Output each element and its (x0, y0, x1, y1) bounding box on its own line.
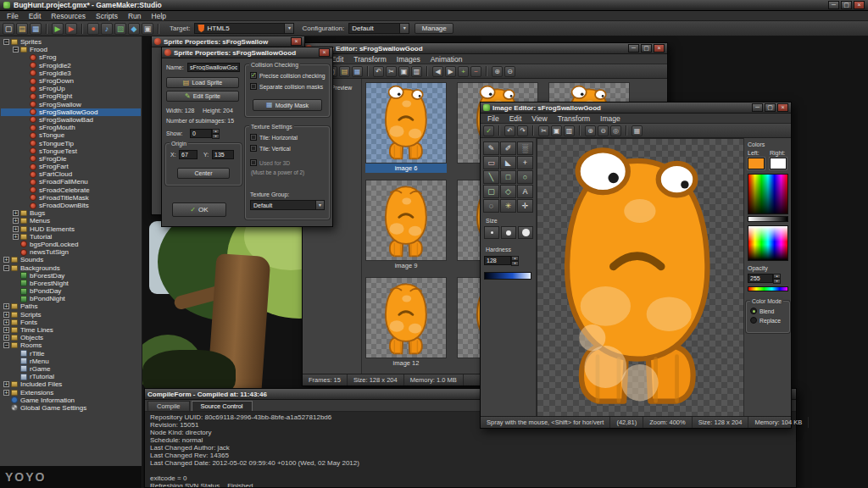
tree-expander-icon[interactable]: + (3, 327, 9, 333)
ok-button[interactable]: ✓ OK (172, 202, 226, 217)
app-menu-help[interactable]: Help (147, 12, 171, 20)
image-editor-actual-size-icon[interactable]: ◎ (610, 125, 621, 136)
opacity-input[interactable] (748, 274, 773, 283)
texture-group-dropdown[interactable]: Default (250, 200, 325, 210)
close-button[interactable]: × (319, 48, 330, 57)
app-menu-edit[interactable]: Edit (24, 12, 47, 20)
tree-expander-icon[interactable]: − (3, 342, 9, 348)
image-editor-undo-icon[interactable]: ↶ (504, 125, 515, 136)
tree-item-sfroadfallmenu[interactable]: sFroadFallMenu (1, 178, 141, 186)
minimize-button[interactable]: ─ (628, 44, 639, 53)
tree-item-bugs[interactable]: +Bugs (1, 209, 141, 217)
sprite-editor-menu-animation[interactable]: Animation (426, 55, 468, 64)
toolbar-create-sound-icon[interactable]: ♪ (101, 23, 113, 35)
tree-item-bpondday[interactable]: bPondDay (1, 287, 141, 295)
image-editor-copy-icon[interactable]: ▣ (551, 125, 562, 136)
tree-item-paths[interactable]: +Paths (1, 302, 141, 310)
close-button[interactable]: × (654, 44, 665, 53)
tree-item-bgspondlocked[interactable]: bgsPondLocked (1, 241, 141, 248)
tool-paint-bucket[interactable]: ◣ (500, 156, 516, 169)
maximize-button[interactable]: ▢ (765, 103, 776, 112)
toolbar-save-project-icon[interactable]: ▦ (30, 23, 42, 35)
sprite-editor-open-icon[interactable]: ▤ (339, 66, 350, 77)
tree-expander-icon[interactable]: − (13, 47, 19, 53)
size-medium-button[interactable] (501, 226, 516, 239)
tree-item-backgrounds[interactable]: −Backgrounds (1, 263, 141, 271)
image-editor-cut-icon[interactable]: ✂ (538, 125, 549, 136)
toolbar-create-object-icon[interactable]: ◆ (128, 23, 140, 35)
tree-item-objects[interactable]: +Objects (1, 334, 141, 341)
tree-expander-icon[interactable]: + (3, 381, 9, 387)
tool-magic-wand[interactable]: ✳ (500, 199, 516, 213)
toolbar-new-project-icon[interactable]: ▢ (3, 23, 14, 35)
tree-item-sfrogmouth[interactable]: sFrogMouth (1, 124, 141, 131)
sprite-editor-copy-icon[interactable]: ▣ (398, 66, 409, 77)
separate-masks-checkbox[interactable]: Separate collision masks (250, 83, 323, 90)
tree-item-time-lines[interactable]: +Time Lines (1, 326, 141, 334)
toolbar-create-background-icon[interactable]: ▧ (114, 23, 126, 35)
target-dropdown[interactable]: HTML5 (194, 23, 294, 34)
color-mode-blend[interactable]: Blend (750, 308, 781, 314)
tree-expander-icon[interactable]: + (13, 218, 19, 224)
name-input[interactable] (187, 63, 240, 72)
minimize-button[interactable]: ─ (752, 103, 763, 112)
tree-item-sfartcloud[interactable]: sFartCloud (1, 170, 141, 178)
image-editor-menu-file[interactable]: File (482, 114, 504, 123)
image-editor-confirm-icon[interactable]: ✓ (483, 125, 494, 136)
tree-item-sfrogidle3[interactable]: sFrogIdle3 (1, 69, 141, 77)
tool-color-picker[interactable]: + (517, 156, 533, 169)
tool-eraser[interactable]: ▭ (483, 156, 499, 169)
tree-item-stongue[interactable]: sTongue (1, 131, 141, 139)
tree-item-sfrogidle2[interactable]: sFrogIdle2 (1, 62, 141, 69)
tree-item-rooms[interactable]: −Rooms (1, 341, 141, 349)
tree-item-menus[interactable]: +Menus (1, 217, 141, 225)
tree-item-sfrogswallowgood[interactable]: sFrogSwallowGood (1, 108, 141, 116)
tool-pencil[interactable]: ✎ (483, 141, 499, 155)
tree-item-sfrogup[interactable]: sFrogUp (1, 85, 141, 92)
sprite-frame-image-9[interactable]: image 9 (365, 180, 447, 270)
left-color-swatch[interactable] (748, 158, 765, 169)
maximize-button[interactable]: ▢ (641, 44, 652, 53)
size-large-button[interactable] (518, 226, 533, 239)
tree-expander-icon[interactable]: − (3, 39, 9, 45)
tree-item-sprites[interactable]: −Sprites (1, 38, 141, 46)
tree-expander-icon[interactable]: + (3, 335, 9, 341)
tree-item-stonguetip[interactable]: sTongueTip (1, 139, 141, 147)
sprite-editor-save-icon[interactable]: ▦ (352, 66, 363, 77)
tree-expander-icon[interactable]: + (3, 319, 9, 325)
tree-item-extensions[interactable]: +Extensions (1, 388, 141, 396)
tree-item-sfroadcelebrate[interactable]: sFroadCelebrate (1, 186, 141, 194)
sprite-editor-zoom-out-icon[interactable]: ⊖ (504, 66, 515, 77)
hardness-input[interactable] (484, 256, 511, 265)
size-small-button[interactable] (484, 226, 499, 239)
tree-expander-icon[interactable]: + (13, 226, 19, 232)
image-canvas[interactable] (537, 138, 745, 418)
used-for-3d-checkbox[interactable]: Used for 3D (250, 159, 290, 166)
tool-select-rectangle[interactable]: ◌ (483, 199, 499, 213)
tree-item-sfrogswallowbad[interactable]: sFrogSwallowBad (1, 116, 141, 124)
center-button[interactable]: Center (177, 168, 230, 179)
sprite-editor-menu-transform[interactable]: Transform (348, 55, 391, 64)
tree-expander-icon[interactable]: + (3, 390, 9, 396)
tree-item-sfrogright[interactable]: sFrogRight (1, 92, 141, 100)
tree-item-scripts[interactable]: +Scripts (1, 311, 141, 319)
close-button[interactable]: × (777, 103, 788, 112)
tree-item-sounds[interactable]: +Sounds (1, 256, 141, 263)
tile-vertical-checkbox[interactable]: Tile: Vertical (250, 145, 291, 152)
tree-item-stonguetest[interactable]: sTongueTest (1, 147, 141, 155)
sprite-editor-add-frame-icon[interactable]: + (458, 66, 469, 77)
app-menu-resources[interactable]: Resources (46, 12, 91, 20)
fine-color-picker[interactable] (748, 225, 788, 261)
tool-polygon[interactable]: ◇ (500, 185, 516, 198)
tile-horizontal-checkbox[interactable]: Tile: Horizontal (250, 134, 298, 141)
tab-source-control[interactable]: Source Control (192, 401, 253, 411)
sprite-editor-undo-icon[interactable]: ↶ (373, 66, 384, 77)
tree-item-bforestday[interactable]: bForestDay (1, 272, 141, 280)
manage-button[interactable]: Manage (415, 23, 453, 34)
hardness-spinner[interactable] (511, 256, 519, 265)
color-palette[interactable] (748, 174, 788, 214)
tree-item-sfroadtitlemask[interactable]: sFroadTitleMask (1, 194, 141, 202)
tool-rectangle[interactable]: □ (500, 170, 516, 184)
sprite-editor-zoom-in-icon[interactable]: ⊕ (492, 66, 503, 77)
tree-item-sfrogdown[interactable]: sFrogDown (1, 77, 141, 85)
